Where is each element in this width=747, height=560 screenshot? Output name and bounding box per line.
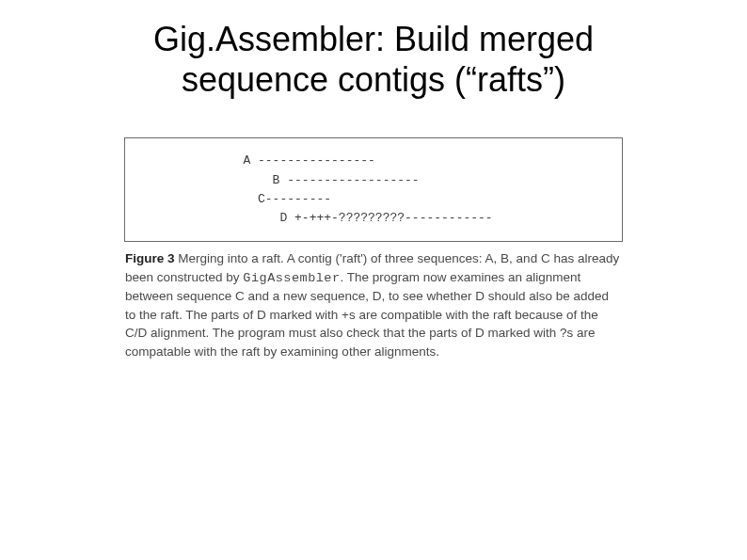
figure-caption: Figure 3 Merging into a raft. A contig (… bbox=[124, 248, 623, 360]
figure-container: A ---------------- B ------------------ … bbox=[124, 137, 623, 360]
program-name: GigAssembler bbox=[243, 271, 340, 285]
sequence-alignment-diagram: A ---------------- B ------------------ … bbox=[148, 152, 599, 228]
slide-title: Gig.Assembler: Build merged sequence con… bbox=[47, 19, 700, 100]
figure-label: Figure 3 bbox=[125, 251, 175, 265]
diagram-box: A ---------------- B ------------------ … bbox=[124, 137, 623, 242]
